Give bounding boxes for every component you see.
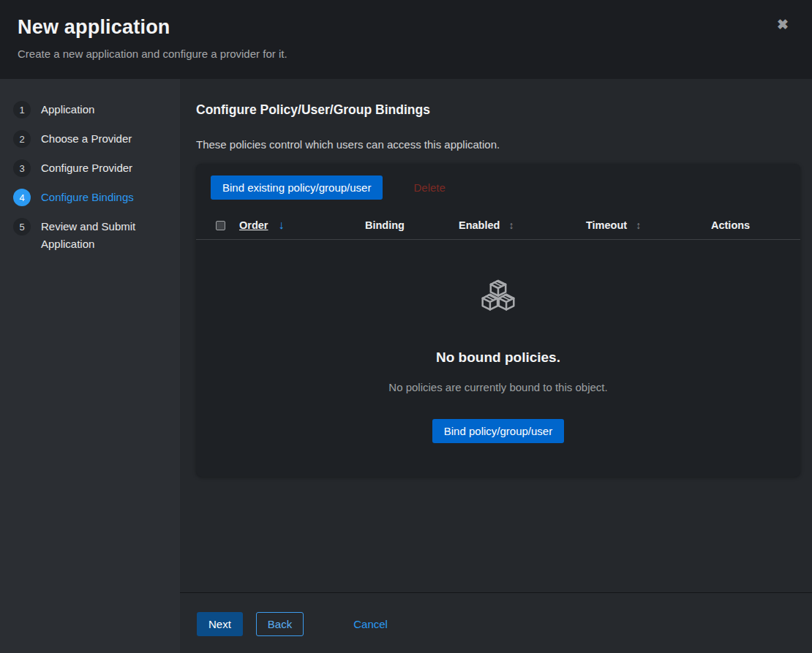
step-review-and-submit[interactable]: 5 Review and Submit Application xyxy=(0,212,180,259)
empty-state-title: No bound policies. xyxy=(436,350,560,366)
select-all-checkbox[interactable] xyxy=(216,221,225,230)
step-configure-bindings[interactable]: 4 Configure Bindings xyxy=(0,183,180,212)
column-timeout-label: Timeout xyxy=(586,219,627,231)
wizard-title: New application xyxy=(18,16,794,39)
column-order-sort-link[interactable]: Order xyxy=(239,219,268,231)
wizard-body: 1 Application 2 Choose a Provider 3 Conf… xyxy=(0,79,812,653)
column-timeout[interactable]: Timeout ↕ xyxy=(586,219,711,231)
wizard-subtitle: Create a new application and configure a… xyxy=(18,48,794,60)
cubes-icon xyxy=(478,276,518,313)
close-icon: ✖ xyxy=(777,17,789,32)
wizard-content: Configure Policy/User/Group Bindings The… xyxy=(180,79,812,592)
step-number: 2 xyxy=(13,130,31,148)
wizard-footer: Next Back Cancel xyxy=(180,592,812,653)
empty-state-description: No policies are currently bound to this … xyxy=(388,381,607,393)
step-number: 3 xyxy=(13,159,31,177)
step-configure-provider[interactable]: 3 Configure Provider xyxy=(0,154,180,183)
step-number: 5 xyxy=(13,218,31,235)
step-choose-a-provider[interactable]: 2 Choose a Provider xyxy=(0,124,180,154)
bind-existing-policy-button[interactable]: Bind existing policy/group/user xyxy=(211,175,383,200)
bind-policy-button[interactable]: Bind policy/group/user xyxy=(432,419,564,443)
step-label: Configure Provider xyxy=(41,159,132,177)
content-description: These policies control which users can a… xyxy=(196,138,800,151)
step-number: 4 xyxy=(13,189,31,206)
step-label: Application xyxy=(41,101,94,118)
column-actions-label: Actions xyxy=(711,219,750,231)
empty-state: No bound policies. No policies are curre… xyxy=(196,240,800,477)
close-button[interactable]: ✖ xyxy=(771,13,794,37)
next-button[interactable]: Next xyxy=(197,612,243,636)
new-application-wizard: New application Create a new application… xyxy=(0,0,812,653)
cancel-button[interactable]: Cancel xyxy=(350,612,391,636)
column-binding: Binding xyxy=(365,219,459,231)
bindings-table-header: Order ↓ Binding Enabled ↕ Timeout ↕ xyxy=(196,211,800,240)
column-binding-label: Binding xyxy=(365,219,405,231)
column-enabled[interactable]: Enabled ↕ xyxy=(459,219,586,231)
delete-button[interactable]: Delete xyxy=(407,175,451,200)
wizard-header: New application Create a new application… xyxy=(0,0,812,79)
column-enabled-label: Enabled xyxy=(459,219,500,231)
bindings-toolbar: Bind existing policy/group/user Delete xyxy=(196,164,800,211)
step-label: Choose a Provider xyxy=(41,130,132,148)
sort-icon: ↕ xyxy=(636,219,641,231)
sort-descending-icon: ↓ xyxy=(279,219,285,232)
column-actions: Actions xyxy=(711,219,800,231)
wizard-steps-nav: 1 Application 2 Choose a Provider 3 Conf… xyxy=(0,79,180,653)
content-heading: Configure Policy/User/Group Bindings xyxy=(196,102,800,118)
step-label: Configure Bindings xyxy=(41,189,134,206)
bindings-card: Bind existing policy/group/user Delete O… xyxy=(196,164,800,477)
back-button[interactable]: Back xyxy=(256,612,304,636)
wizard-content-column: Configure Policy/User/Group Bindings The… xyxy=(180,79,812,653)
step-number: 1 xyxy=(13,101,31,118)
column-order: Order ↓ xyxy=(239,219,365,232)
step-application[interactable]: 1 Application xyxy=(0,95,180,124)
step-label: Review and Submit Application xyxy=(41,218,165,253)
sort-icon: ↕ xyxy=(508,219,514,231)
